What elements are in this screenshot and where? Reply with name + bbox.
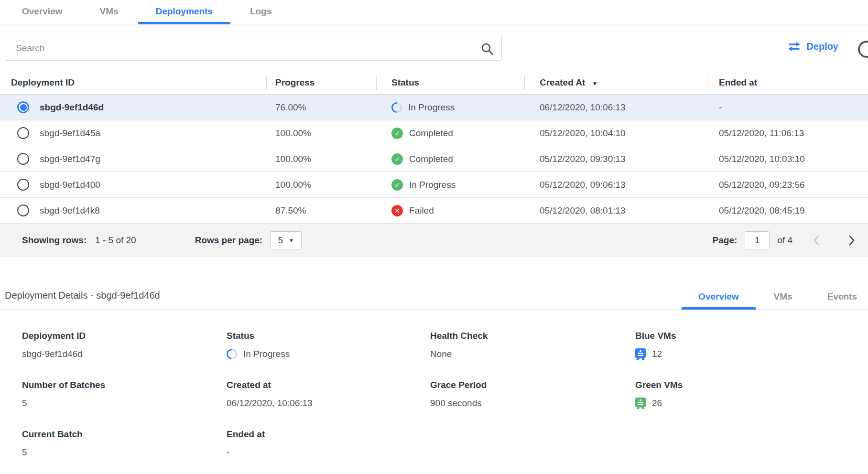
sort-desc-icon: ▼ <box>592 80 597 87</box>
showing-rows-label: Showing rows: <box>22 235 87 246</box>
rows-per-page-select[interactable]: 5 ▼ <box>270 231 302 249</box>
detail-value: 12 <box>652 349 662 359</box>
toolbar: Deploy <box>0 36 868 61</box>
ended-at-value: - <box>707 102 868 113</box>
detail-label: Green VMs <box>635 380 868 390</box>
details-tab-events[interactable]: Events <box>827 291 857 309</box>
table-body: sbgd-9ef1d46d76.00%In Progress06/12/2020… <box>0 95 868 224</box>
next-page-icon[interactable] <box>848 235 856 246</box>
detail-value: 26 <box>652 398 662 409</box>
details-tab-overview[interactable]: Overview <box>682 291 756 310</box>
detail-value: sbgd-9ef1d46d <box>22 349 83 359</box>
detail-label: Health Check <box>430 331 635 341</box>
row-radio[interactable] <box>17 101 29 113</box>
detail-field-deployment-id: Deployment IDsbgd-9ef1d46d <box>22 331 227 360</box>
status-label: In Progress <box>408 102 455 113</box>
tab-vms[interactable]: VMs <box>100 6 119 24</box>
detail-value-row: In Progress <box>227 348 430 360</box>
table-row[interactable]: sbgd-9ef1d47g100.00%✓Completed05/12/2020… <box>0 146 868 172</box>
detail-value-row: 5 <box>22 446 227 459</box>
detail-value: In Progress <box>243 349 290 359</box>
tab-logs[interactable]: Logs <box>250 6 271 24</box>
deployment-id: sbgd-9ef1d47g <box>40 154 100 164</box>
detail-label: Deployment ID <box>22 331 227 341</box>
status-label: Failed <box>409 205 434 216</box>
created-at-value: 05/12/2020, 09:06:13 <box>524 180 707 190</box>
top-tab-bar: OverviewVMsDeploymentsLogs <box>0 0 868 24</box>
details-grid: Deployment IDsbgd-9ef1d46dStatusIn Progr… <box>0 331 868 459</box>
status-label: Completed <box>409 154 453 164</box>
detail-label: Current Batch <box>22 429 227 440</box>
completed-check-icon: ✓ <box>391 128 403 139</box>
progress-value: 76.00% <box>266 102 376 113</box>
column-header-status: Status <box>376 77 524 88</box>
detail-value-row: None <box>430 348 635 360</box>
completed-check-icon: ✓ <box>391 153 403 165</box>
deployment-id-cell: sbgd-9ef1d46d <box>0 101 266 113</box>
in-progress-spinner-icon <box>390 100 404 115</box>
progress-value: 100.00% <box>266 180 376 190</box>
detail-value-row: 900 seconds <box>430 397 635 409</box>
ended-at-value: 05/12/2020, 08:45:19 <box>707 205 868 216</box>
row-radio[interactable] <box>17 127 29 139</box>
tab-deployments[interactable]: Deployments <box>138 6 230 24</box>
status-label: In Progress <box>409 180 456 190</box>
showing-rows-value: 1 - 5 of 20 <box>95 235 136 246</box>
search-box[interactable] <box>5 36 502 61</box>
details-tab-vms[interactable]: VMs <box>774 291 792 309</box>
detail-field-blue-vms: Blue VMs12 <box>635 331 868 360</box>
detail-value: 5 <box>22 398 27 409</box>
deployment-id: sbgd-9ef1d400 <box>40 180 100 190</box>
search-icon <box>481 43 494 55</box>
detail-field-current-batch: Current Batch5 <box>22 429 227 459</box>
rows-per-page-value: 5 <box>278 235 283 246</box>
column-header-ended-at: Ended at <box>707 77 868 88</box>
detail-value-row: 26 <box>635 397 868 409</box>
detail-label: Blue VMs <box>635 331 868 341</box>
row-radio[interactable] <box>17 179 29 191</box>
detail-field-number-of-batches: Number of Batches5 <box>22 380 227 409</box>
column-header-created-at[interactable]: Created At▼ <box>524 77 707 88</box>
progress-value: 100.00% <box>266 154 376 164</box>
detail-label: Status <box>227 331 430 341</box>
detail-field-status: StatusIn Progress <box>227 331 430 360</box>
refresh-icon[interactable] <box>857 39 868 58</box>
prev-page-icon[interactable] <box>813 235 820 246</box>
deploy-button[interactable]: Deploy <box>788 41 838 52</box>
rows-per-page-label: Rows per page: <box>195 235 262 246</box>
column-header-deployment-id: Deployment ID <box>0 77 266 88</box>
detail-value: 5 <box>22 447 27 458</box>
table-footer: Showing rows: 1 - 5 of 20 Rows per page:… <box>0 224 868 257</box>
page-label: Page: <box>713 235 738 246</box>
ended-at-value: 05/12/2020, 11:06:13 <box>707 128 868 139</box>
progress-value: 100.00% <box>266 128 376 139</box>
status-label: Completed <box>409 128 453 139</box>
row-radio[interactable] <box>17 205 29 216</box>
page-total: of 4 <box>777 235 792 246</box>
table-row[interactable]: sbgd-9ef1d45a100.00%✓Completed05/12/2020… <box>0 120 868 146</box>
tab-overview[interactable]: Overview <box>22 6 63 24</box>
completed-check-icon: ✓ <box>391 179 403 191</box>
page-input[interactable] <box>745 231 770 249</box>
detail-field-created-at: Created at06/12/2020, 10:06:13 <box>227 380 430 409</box>
row-radio[interactable] <box>17 153 29 165</box>
detail-value-row: sbgd-9ef1d46d <box>22 348 227 360</box>
blue-vm-icon <box>635 348 646 360</box>
table-row[interactable]: sbgd-9ef1d4k887.50%✕Failed05/12/2020, 08… <box>0 198 868 224</box>
table-row[interactable]: sbgd-9ef1d46d76.00%In Progress06/12/2020… <box>0 95 868 120</box>
detail-field-health-check: Health CheckNone <box>430 331 635 360</box>
status-cell: ✓In Progress <box>376 179 524 191</box>
table-row[interactable]: sbgd-9ef1d400100.00%✓In Progress05/12/20… <box>0 172 868 198</box>
deployment-id-cell: sbgd-9ef1d4k8 <box>0 205 266 216</box>
details-tab-bar: OverviewVMsEvents <box>698 291 868 309</box>
search-input[interactable] <box>5 36 468 60</box>
progress-value: 87.50% <box>266 205 376 216</box>
detail-label: Number of Batches <box>22 380 227 390</box>
detail-label: Grace Period <box>430 380 635 390</box>
detail-label: Created at <box>227 380 430 390</box>
details-title: Deployment Details - sbgd-9ef1d46d <box>5 290 160 309</box>
detail-label: Ended at <box>227 429 430 440</box>
deployment-id-cell: sbgd-9ef1d45a <box>0 127 266 139</box>
created-at-value: 05/12/2020, 10:04:10 <box>524 128 707 139</box>
detail-value: None <box>430 349 452 359</box>
